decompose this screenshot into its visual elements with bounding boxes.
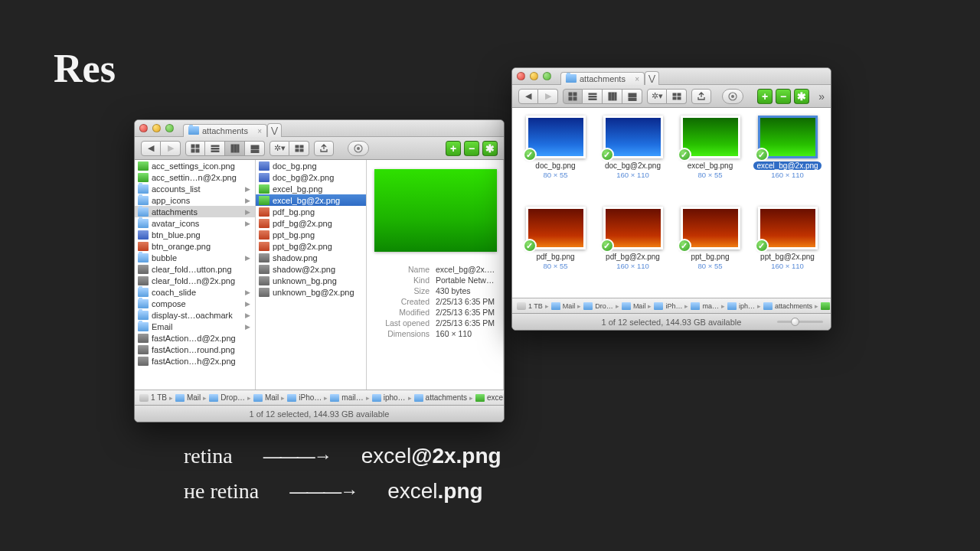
toolbar-overflow-icon[interactable]: » xyxy=(818,90,825,103)
column-1[interactable]: acc_settings_icon.pngacc_settin…n@2x.png… xyxy=(135,160,256,390)
path-segment[interactable]: Dro… xyxy=(583,302,613,310)
list-item[interactable]: fastAction…h@2x.png xyxy=(135,355,255,367)
share-button[interactable] xyxy=(691,89,711,104)
list-item[interactable]: compose▶ xyxy=(135,298,255,309)
action-menu-button[interactable]: ✲▾ xyxy=(647,89,667,104)
dropbox-remove-button[interactable]: − xyxy=(776,89,791,104)
list-item[interactable]: coach_slide▶ xyxy=(135,286,255,298)
grid-item[interactable]: ✓doc_bg@2x.png160 × 110 xyxy=(596,116,670,204)
grid-item[interactable]: ✓excel_bg@2x.png160 × 110 xyxy=(750,116,825,204)
list-item[interactable]: unknown_bg.png xyxy=(256,275,366,286)
path-bar[interactable]: 1 TB▸Mail▸Drop…▸Mail▸iPho…▸mail…▸ipho…▸a… xyxy=(135,390,504,405)
path-segment[interactable]: attachments xyxy=(763,302,812,310)
grid-item[interactable]: ✓ppt_bg@2x.png160 × 110 xyxy=(750,207,825,295)
titlebar[interactable]: attachments × ⋁ xyxy=(512,68,831,85)
new-tab-button[interactable]: ⋁ xyxy=(267,123,282,137)
grid-item[interactable]: ✓pdf_bg.png80 × 55 xyxy=(518,207,593,295)
path-segment[interactable]: Drop… xyxy=(209,393,245,402)
list-item[interactable]: app_icons▶ xyxy=(135,194,255,206)
view-coverflow-button[interactable] xyxy=(622,89,642,104)
zoom-slider[interactable] xyxy=(777,321,823,323)
dropbox-add-button[interactable]: + xyxy=(757,89,773,104)
forward-button[interactable]: ▶ xyxy=(161,141,181,156)
list-item[interactable]: acc_settin…n@2x.png xyxy=(135,171,255,183)
arrange-button[interactable] xyxy=(289,141,309,156)
path-segment[interactable]: excel_bg@2x.png xyxy=(821,302,831,310)
list-item[interactable]: pdf_bg.png xyxy=(256,206,366,217)
column-2[interactable]: doc_bg.pngdoc_bg@2x.pngexcel_bg.pngexcel… xyxy=(256,160,367,390)
zoom-button[interactable] xyxy=(165,124,174,132)
list-item[interactable]: unknown_bg@2x.png xyxy=(256,286,366,298)
view-list-button[interactable] xyxy=(583,89,603,104)
tab-attachments[interactable]: attachments × xyxy=(183,124,267,137)
titlebar[interactable]: attachments × ⋁ xyxy=(135,120,504,137)
list-item[interactable]: ppt_bg.png xyxy=(256,229,366,240)
path-segment[interactable]: ipho… xyxy=(372,393,406,402)
list-item[interactable]: display-st…oachmark▶ xyxy=(135,309,255,321)
info-button[interactable] xyxy=(722,89,743,104)
path-segment[interactable]: excel_bg@2x.png xyxy=(475,393,504,402)
list-item[interactable]: excel_bg@2x.png xyxy=(256,194,366,206)
path-segment[interactable]: attachments xyxy=(414,393,467,402)
arrange-button[interactable] xyxy=(667,89,687,104)
list-item[interactable]: doc_bg.png xyxy=(256,160,366,171)
info-button[interactable] xyxy=(348,141,369,156)
path-segment[interactable]: 1 TB xyxy=(517,302,543,310)
list-item[interactable]: fastAction…round.png xyxy=(135,344,255,355)
close-button[interactable] xyxy=(517,72,525,80)
path-segment[interactable]: 1 TB xyxy=(139,393,167,402)
path-segment[interactable]: iph… xyxy=(727,302,755,310)
view-coverflow-button[interactable] xyxy=(245,141,265,156)
icon-grid[interactable]: ✓doc_bg.png80 × 55✓doc_bg@2x.png160 × 11… xyxy=(512,108,831,298)
list-item[interactable]: Email▶ xyxy=(135,321,255,332)
view-list-button[interactable] xyxy=(205,141,225,156)
view-column-button[interactable] xyxy=(225,141,245,156)
path-segment[interactable]: iPho… xyxy=(287,393,322,402)
minimize-button[interactable] xyxy=(530,72,538,80)
path-bar[interactable]: 1 TB▸Mail▸Dro…▸Mail▸iPh…▸ma…▸iph…▸attach… xyxy=(512,298,831,313)
close-button[interactable] xyxy=(139,124,148,132)
path-segment[interactable]: Mail xyxy=(622,302,646,310)
view-icon-button[interactable] xyxy=(185,141,205,156)
list-item[interactable]: acc_settings_icon.png xyxy=(135,160,255,171)
list-item[interactable]: bubble▶ xyxy=(135,252,255,263)
action-menu-button[interactable]: ✲▾ xyxy=(270,141,289,156)
list-item[interactable]: ppt_bg@2x.png xyxy=(256,240,366,252)
minimize-button[interactable] xyxy=(152,124,161,132)
list-item[interactable]: btn_blue.png xyxy=(135,229,255,240)
grid-item[interactable]: ✓excel_bg.png80 × 55 xyxy=(673,116,747,204)
path-segment[interactable]: Mail xyxy=(551,302,576,310)
dropbox-add-button[interactable]: + xyxy=(446,141,461,156)
zoom-knob[interactable] xyxy=(791,318,799,326)
grid-item[interactable]: ✓pdf_bg@2x.png160 × 110 xyxy=(596,207,670,295)
dropbox-sync-button[interactable]: ✱ xyxy=(794,89,809,104)
path-segment[interactable]: ma… xyxy=(691,302,719,310)
path-segment[interactable]: Mail xyxy=(253,393,279,402)
view-column-button[interactable] xyxy=(603,89,622,104)
list-item[interactable]: fastAction…d@2x.png xyxy=(135,332,255,344)
zoom-button[interactable] xyxy=(543,72,551,80)
list-item[interactable]: doc_bg@2x.png xyxy=(256,171,366,183)
path-segment[interactable]: mail… xyxy=(330,393,363,402)
dropbox-sync-button[interactable]: ✱ xyxy=(482,141,498,156)
grid-item[interactable]: ✓ppt_bg.png80 × 55 xyxy=(673,207,747,295)
dropbox-remove-button[interactable]: − xyxy=(464,141,479,156)
list-item[interactable]: excel_bg.png xyxy=(256,183,366,194)
forward-button[interactable]: ▶ xyxy=(538,89,558,104)
list-item[interactable]: pdf_bg@2x.png xyxy=(256,217,366,229)
list-item[interactable]: btn_orange.png xyxy=(135,240,255,252)
back-button[interactable]: ◀ xyxy=(141,141,161,156)
list-item[interactable]: clear_fold…utton.png xyxy=(135,263,255,275)
back-button[interactable]: ◀ xyxy=(518,89,538,104)
tab-attachments[interactable]: attachments × xyxy=(560,72,645,85)
tab-close-icon[interactable]: × xyxy=(257,127,262,135)
tab-close-icon[interactable]: × xyxy=(635,75,639,83)
list-item[interactable]: avatar_icons▶ xyxy=(135,217,255,229)
path-segment[interactable]: iPh… xyxy=(654,302,682,310)
path-segment[interactable]: Mail xyxy=(175,393,201,402)
view-icon-button[interactable] xyxy=(563,89,583,104)
list-item[interactable]: shadow@2x.png xyxy=(256,263,366,275)
list-item[interactable]: attachments▶ xyxy=(135,206,255,217)
zoom-track[interactable] xyxy=(777,321,823,323)
list-item[interactable]: clear_fold…n@2x.png xyxy=(135,275,255,286)
